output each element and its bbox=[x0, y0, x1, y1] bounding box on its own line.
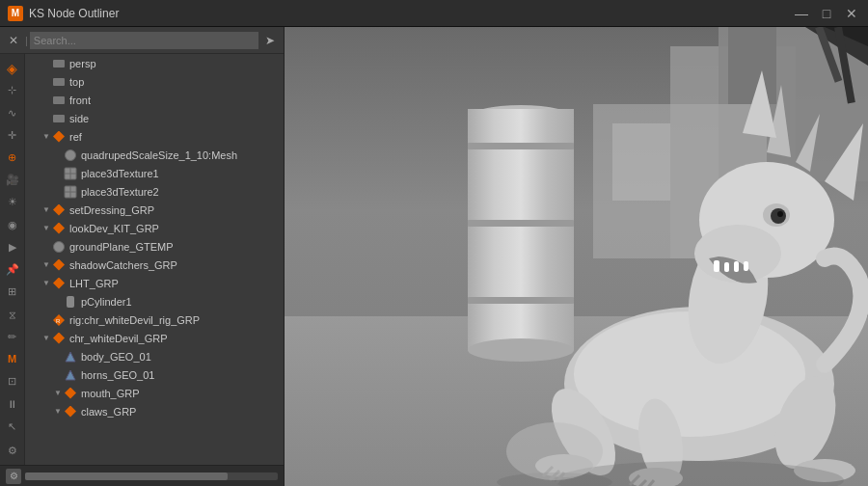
search-input[interactable] bbox=[30, 32, 258, 49]
svg-text:R: R bbox=[56, 318, 61, 324]
tree-item-body[interactable]: body_GEO_01 bbox=[25, 347, 284, 365]
tool-grid-icon[interactable]: ⊞ bbox=[2, 282, 23, 302]
tool-select-icon[interactable]: ◈ bbox=[2, 58, 23, 78]
svg-point-28 bbox=[574, 311, 805, 437]
camera-icon-side bbox=[52, 112, 66, 125]
tool-arrow2-icon[interactable]: ↖ bbox=[2, 417, 23, 437]
svg-marker-9 bbox=[66, 370, 75, 380]
expand-claws[interactable] bbox=[52, 406, 64, 418]
label-rig: rig:chr_whiteDevil_rig_GRP bbox=[69, 314, 200, 326]
tool-material2-icon[interactable]: ◉ bbox=[2, 215, 23, 235]
label-shadowcatchers: shadowCatchers_GRP bbox=[69, 259, 177, 271]
svg-rect-41 bbox=[744, 261, 748, 271]
status-gear-icon[interactable]: ⚙ bbox=[6, 469, 21, 484]
label-claws: claws_GRP bbox=[81, 406, 136, 418]
tree-item-groundplane[interactable]: groundPlane_GTEMP bbox=[25, 237, 284, 256]
geo-icon-body bbox=[64, 350, 77, 364]
tree-item-setdressing[interactable]: setDressing_GRP bbox=[25, 201, 284, 219]
titlebar: M KS Node Outliner — □ ✕ bbox=[0, 0, 868, 27]
texture-icon-2 bbox=[64, 185, 77, 199]
svg-rect-25 bbox=[468, 220, 574, 227]
svg-rect-24 bbox=[468, 143, 574, 149]
cylinder-icon bbox=[64, 295, 77, 309]
tree-item-side[interactable]: side bbox=[25, 109, 284, 127]
viewport[interactable] bbox=[285, 27, 868, 486]
outliner-toolbar: ✕ | ➤ bbox=[0, 27, 284, 54]
svg-point-44 bbox=[777, 211, 783, 217]
group-icon-mouth bbox=[64, 387, 77, 400]
group-icon-setdressing bbox=[52, 203, 66, 217]
tool-box-icon[interactable]: ⊡ bbox=[2, 371, 23, 392]
group-icon-rig: R bbox=[52, 313, 66, 327]
tool-paint-icon[interactable]: ∿ bbox=[2, 102, 23, 122]
tree-item-ref[interactable]: ref bbox=[25, 127, 284, 146]
tree-item-texture1[interactable]: place3dTexture1 bbox=[25, 164, 284, 182]
camera-icon-front bbox=[52, 94, 66, 107]
group-icon-lht bbox=[52, 277, 66, 290]
tree-item-horns[interactable]: horns_GEO_01 bbox=[25, 365, 284, 384]
expand-horns bbox=[52, 369, 64, 381]
tool-lasso-icon[interactable]: ⊹ bbox=[2, 80, 23, 100]
horizontal-scrollbar[interactable] bbox=[25, 472, 278, 480]
tool-move-icon[interactable]: ✛ bbox=[2, 125, 23, 146]
expand-lookdev[interactable] bbox=[41, 223, 52, 234]
label-groundplane: groundPlane_GTEMP bbox=[69, 241, 174, 253]
tool-light-icon[interactable]: ☀ bbox=[2, 192, 23, 212]
svg-rect-39 bbox=[724, 262, 729, 272]
expand-lht[interactable] bbox=[41, 278, 52, 289]
tree-item-lookdev[interactable]: lookDev_KIT_GRP bbox=[25, 219, 284, 237]
texture-icon-1 bbox=[64, 167, 77, 180]
toolbar-separator: | bbox=[25, 35, 28, 46]
arrow-button[interactable]: ➤ bbox=[260, 31, 280, 50]
tree-item-mouth[interactable]: mouth_GRP bbox=[25, 384, 284, 402]
close-button[interactable]: ✕ bbox=[843, 5, 860, 22]
label-pcylinder: pCylinder1 bbox=[81, 296, 132, 308]
tree-item-texture2[interactable]: place3dTexture2 bbox=[25, 182, 284, 201]
maximize-button[interactable]: □ bbox=[818, 5, 835, 22]
label-mouth: mouth_GRP bbox=[81, 388, 140, 399]
expand-body bbox=[52, 351, 64, 363]
tree-item-chr[interactable]: chr_whiteDevil_GRP bbox=[25, 329, 284, 347]
expand-texture2 bbox=[52, 186, 64, 198]
tool-render2-icon[interactable]: ▶ bbox=[2, 237, 23, 257]
tree-item-front[interactable]: front bbox=[25, 91, 284, 109]
expand-ref[interactable] bbox=[41, 131, 52, 143]
tool-m-icon[interactable]: M bbox=[2, 349, 23, 369]
label-chr: chr_whiteDevil_GRP bbox=[69, 333, 167, 344]
tool-camera2-icon[interactable]: 🎥 bbox=[2, 170, 23, 190]
expand-mouth[interactable] bbox=[52, 388, 64, 399]
svg-point-51 bbox=[506, 422, 603, 480]
outliner-tree[interactable]: persp top front side bbox=[25, 54, 284, 465]
tree-item-rig[interactable]: R rig:chr_whiteDevil_rig_GRP bbox=[25, 310, 284, 329]
expand-texture1 bbox=[52, 168, 64, 179]
label-top: top bbox=[69, 76, 84, 88]
tree-item-quadruped[interactable]: quadrupedScaleSize_1_10:Mesh bbox=[25, 146, 284, 164]
svg-rect-20 bbox=[612, 123, 670, 201]
scene-svg bbox=[285, 27, 868, 486]
tree-item-claws[interactable]: claws_GRP bbox=[25, 402, 284, 420]
expand-chr[interactable] bbox=[41, 333, 52, 344]
label-body: body_GEO_01 bbox=[81, 351, 151, 363]
label-texture2: place3dTexture2 bbox=[81, 186, 159, 198]
tree-item-lht[interactable]: LHT_GRP bbox=[25, 274, 284, 292]
expand-rig bbox=[41, 314, 52, 326]
camera-icon-top bbox=[52, 75, 66, 89]
tree-item-persp[interactable]: persp bbox=[25, 54, 284, 72]
tree-item-pcylinder[interactable]: pCylinder1 bbox=[25, 292, 284, 310]
tool-edit-icon[interactable]: ✏ bbox=[2, 327, 23, 347]
tool-snap-icon[interactable]: ⊕ bbox=[2, 148, 23, 168]
tool-time-icon[interactable]: ⧖ bbox=[2, 304, 23, 324]
clear-button[interactable]: ✕ bbox=[4, 31, 23, 50]
minimize-button[interactable]: — bbox=[793, 5, 810, 22]
expand-shadowcatchers[interactable] bbox=[41, 259, 52, 271]
expand-setdressing[interactable] bbox=[41, 204, 52, 216]
tool-pause2-icon[interactable]: ⏸ bbox=[2, 393, 23, 414]
window-controls: — □ ✕ bbox=[793, 5, 860, 22]
tool-pin-icon[interactable]: 📌 bbox=[2, 259, 23, 280]
tree-item-shadowcatchers[interactable]: shadowCatchers_GRP bbox=[25, 256, 284, 274]
geo-icon-horns bbox=[64, 368, 77, 382]
tool-gear2-icon[interactable]: ⚙ bbox=[2, 441, 23, 461]
expand-persp bbox=[41, 58, 52, 69]
tree-item-top[interactable]: top bbox=[25, 72, 284, 91]
scrollbar-thumb bbox=[25, 472, 228, 480]
